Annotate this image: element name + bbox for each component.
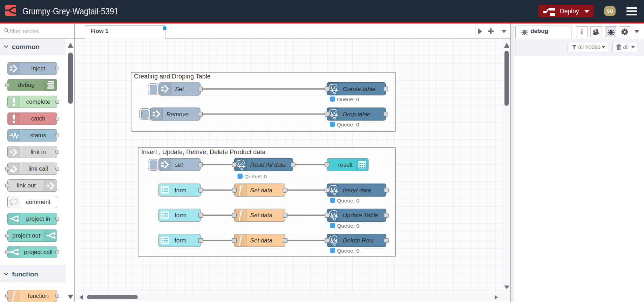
svg-text:form: form [175, 212, 187, 219]
svg-text:Drop table: Drop table [343, 111, 370, 118]
svg-text:Set data: Set data [250, 212, 272, 219]
svg-text:set: set [175, 162, 183, 168]
svg-text:Update Table: Update Table [343, 212, 378, 219]
svg-text:Create table: Create table [343, 86, 375, 92]
svg-text:Remove: Remove [167, 111, 189, 118]
svg-text:result: result [338, 162, 353, 168]
svg-text:Set: Set [175, 86, 184, 92]
svg-text:Set data: Set data [250, 187, 272, 194]
svg-text:Insert , Update, Retrive, Dele: Insert , Update, Retrive, Delete Product… [141, 149, 266, 156]
svg-text:form: form [175, 237, 187, 244]
svg-text:Creating and Droping Table: Creating and Droping Table [134, 73, 211, 80]
svg-text:Read All data: Read All data [250, 162, 286, 168]
svg-text:Delete Row: Delete Row [343, 237, 374, 244]
svg-text:form: form [175, 187, 187, 194]
svg-text:Insert data: Insert data [343, 187, 371, 194]
svg-text:Set data: Set data [250, 237, 272, 244]
